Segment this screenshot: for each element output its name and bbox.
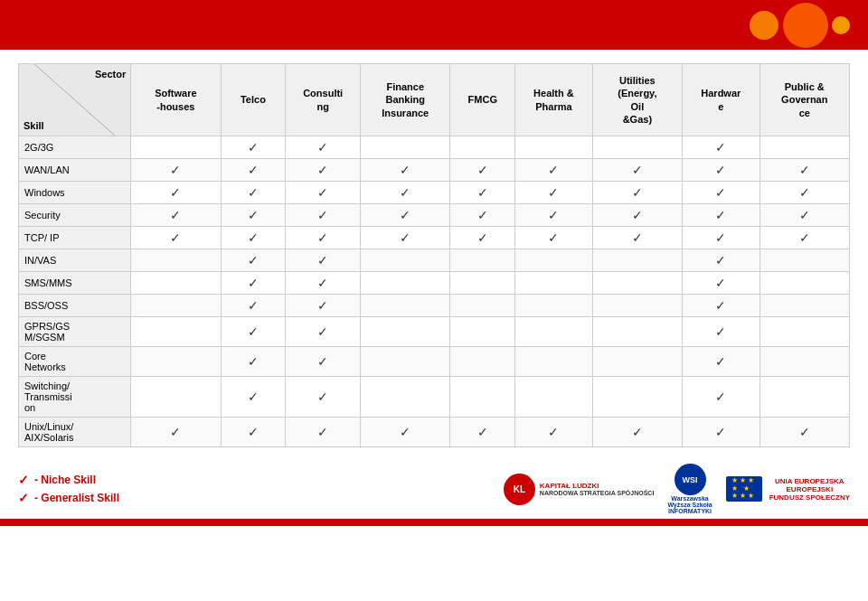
check-cell-fmcg	[450, 272, 515, 295]
check-cell-hardware: ✓	[683, 317, 760, 347]
table-row: GPRS/GS M/SGSM✓✓✓	[19, 317, 850, 347]
skill-cell: BSS/OSS	[19, 295, 131, 317]
check-cell-telco: ✓	[221, 377, 286, 418]
logo3-line3: FUNDUSZ SPOŁECZNY	[769, 493, 850, 502]
check-cell-telco: ✓	[221, 249, 286, 272]
check-cell-health	[515, 377, 593, 418]
logo3-line1: UNIA EUROPEJSKA	[775, 477, 844, 485]
check-cell-software	[131, 272, 221, 295]
check-cell-utilities	[592, 272, 682, 295]
logo2-line2: Wyższa Szkoła	[667, 502, 712, 508]
check-cell-finance	[361, 295, 450, 317]
check-cell-telco: ✓	[221, 204, 286, 227]
check-cell-utilities	[592, 377, 682, 418]
logo2-line3: INFORMATYKI	[668, 508, 712, 514]
top-header-bar	[0, 0, 868, 50]
skill-cell: Core Networks	[19, 347, 131, 377]
check-cell-software: ✓	[131, 227, 221, 249]
check-cell-health	[515, 272, 593, 295]
check-cell-telco: ✓	[221, 272, 286, 295]
skill-cell: IN/VAS	[19, 249, 131, 272]
check-cell-software	[131, 136, 221, 159]
check-cell-consulting: ✓	[286, 136, 361, 159]
main-content: Sector Skill Software-houses Telco Consu…	[0, 50, 868, 456]
check-cell-finance	[361, 136, 450, 159]
check-cell-health	[515, 295, 593, 317]
check-cell-software	[131, 249, 221, 272]
check-cell-utilities	[592, 295, 682, 317]
check-cell-hardware: ✓	[683, 347, 760, 377]
header-health: Health &Pharma	[515, 64, 593, 136]
check-cell-finance: ✓	[361, 182, 450, 204]
skill-cell: 2G/3G	[19, 136, 131, 159]
check-cell-hardware: ✓	[683, 418, 760, 447]
check-cell-telco: ✓	[221, 182, 286, 204]
table-row: TCP/ IP✓✓✓✓✓✓✓✓✓	[19, 227, 850, 249]
niche-check-icon: ✓	[18, 473, 29, 487]
check-cell-consulting: ✓	[286, 204, 361, 227]
skill-cell: TCP/ IP	[19, 227, 131, 249]
logo1-line1: KAPITAŁ LUDZKI	[540, 482, 655, 490]
footer: ✓ - Niche Skill ✓ - Generalist Skill KL …	[0, 456, 868, 519]
check-cell-finance	[361, 317, 450, 347]
check-cell-telco: ✓	[221, 418, 286, 447]
check-cell-hardware: ✓	[683, 295, 760, 317]
check-cell-utilities	[592, 347, 682, 377]
check-cell-health	[515, 317, 593, 347]
check-cell-fmcg: ✓	[450, 227, 515, 249]
table-row: Core Networks✓✓✓	[19, 347, 850, 377]
check-cell-public	[760, 377, 849, 418]
table-row: WAN/LAN✓✓✓✓✓✓✓✓✓	[19, 159, 850, 182]
header-software: Software-houses	[131, 64, 221, 136]
check-cell-public	[760, 347, 849, 377]
skill-cell: GPRS/GS M/SGSM	[19, 317, 131, 347]
footer-logos: KL KAPITAŁ LUDZKI NARODOWA STRATEGIA SPÓ…	[504, 464, 850, 514]
generalist-skill-label: - Generalist Skill	[34, 492, 119, 504]
check-cell-fmcg: ✓	[450, 204, 515, 227]
table-header-row: Sector Skill Software-houses Telco Consu…	[19, 64, 850, 136]
table-row: IN/VAS✓✓✓	[19, 249, 850, 272]
check-cell-public	[760, 136, 849, 159]
circle-small	[750, 11, 778, 40]
check-cell-software: ✓	[131, 182, 221, 204]
check-cell-utilities	[592, 317, 682, 347]
check-cell-software	[131, 377, 221, 418]
check-cell-public	[760, 272, 849, 295]
check-cell-health	[515, 249, 593, 272]
table-row: Switching/ Transmissi on✓✓✓	[19, 377, 850, 418]
check-cell-public	[760, 317, 849, 347]
check-cell-consulting: ✓	[286, 377, 361, 418]
check-cell-public	[760, 249, 849, 272]
niche-skill-label: - Niche Skill	[34, 474, 96, 486]
eu-stars: ★★★★ ★★★★	[731, 477, 756, 501]
check-cell-telco: ✓	[221, 159, 286, 182]
check-cell-hardware: ✓	[683, 377, 760, 418]
check-cell-telco: ✓	[221, 347, 286, 377]
table-row: Unix/Linux/ AIX/Solaris✓✓✓✓✓✓✓✓✓	[19, 418, 850, 447]
logo-unii-text: UNIA EUROPEJSKA EUROPEJSKI FUNDUSZ SPOŁE…	[769, 477, 850, 502]
skill-cell: Security	[19, 204, 131, 227]
skill-cell: Switching/ Transmissi on	[19, 377, 131, 418]
check-cell-software: ✓	[131, 204, 221, 227]
check-cell-finance: ✓	[361, 227, 450, 249]
check-cell-consulting: ✓	[286, 249, 361, 272]
check-cell-finance	[361, 377, 450, 418]
check-cell-hardware: ✓	[683, 136, 760, 159]
check-cell-utilities: ✓	[592, 227, 682, 249]
check-cell-telco: ✓	[221, 295, 286, 317]
logo2-line1: Warszawska	[671, 495, 708, 502]
logo-eu: ★★★★ ★★★★ UNIA EUROPEJSKA EUROPEJSKI FUN…	[726, 476, 850, 502]
check-cell-health: ✓	[515, 227, 593, 249]
check-cell-fmcg	[450, 249, 515, 272]
table-row: Security✓✓✓✓✓✓✓✓✓	[19, 204, 850, 227]
check-cell-utilities	[592, 136, 682, 159]
check-cell-consulting: ✓	[286, 227, 361, 249]
check-cell-fmcg: ✓	[450, 418, 515, 447]
check-cell-software	[131, 347, 221, 377]
header-finance: FinanceBankingInsurance	[361, 64, 450, 136]
check-cell-consulting: ✓	[286, 159, 361, 182]
header-hardware: Hardware	[683, 64, 760, 136]
check-cell-finance	[361, 272, 450, 295]
check-cell-finance	[361, 347, 450, 377]
check-cell-consulting: ✓	[286, 317, 361, 347]
